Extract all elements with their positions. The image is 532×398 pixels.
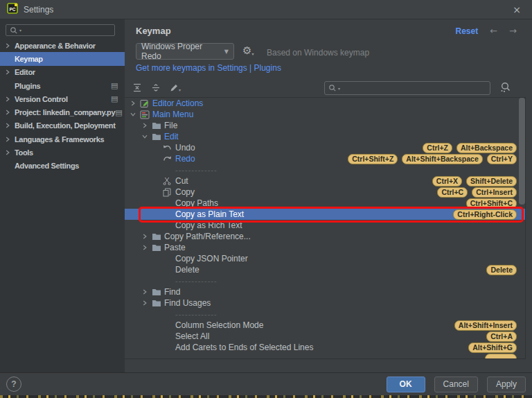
chevron-right-icon bbox=[5, 69, 15, 75]
apply-button[interactable]: Apply bbox=[487, 377, 526, 392]
tree-item-label: Edit bbox=[164, 132, 179, 141]
expand-all-icon[interactable] bbox=[132, 83, 142, 92]
find-by-shortcut-icon[interactable] bbox=[499, 82, 511, 96]
chevron-right-icon[interactable] bbox=[142, 123, 152, 128]
tree-scrollbar[interactable] bbox=[519, 98, 525, 205]
chevron-right-icon[interactable] bbox=[142, 234, 152, 239]
tree-item-copy-json-pointer[interactable]: Copy JSON Pointer bbox=[125, 253, 525, 264]
sidebar-item-keymap[interactable]: Keymap bbox=[0, 52, 125, 65]
chevron-right-icon[interactable] bbox=[142, 245, 152, 250]
tree-item-delete[interactable]: DeleteDelete bbox=[125, 264, 525, 275]
tree-item-edit[interactable]: Edit bbox=[125, 131, 525, 142]
tree-item-label: Copy Path/Reference... bbox=[164, 232, 251, 241]
pycharm-logo: PC bbox=[7, 3, 18, 17]
keymap-panel: Keymap Reset ← → Windows Proper Redo ▼ ⚙… bbox=[125, 19, 532, 372]
shortcut-badge: Ctrl+Right-Click bbox=[453, 209, 517, 220]
sidebar-item-tools[interactable]: Tools bbox=[0, 146, 125, 159]
shortcut-badge: Ctrl+Z bbox=[423, 143, 452, 153]
settings-sidebar: ▾ Appearance & BehaviorKeymapEditorPlugi… bbox=[0, 19, 125, 372]
tree-item-label: Find Usages bbox=[164, 298, 211, 308]
sidebar-item-project-linkedin-company-py[interactable]: Project: linkedin_company.py▤ bbox=[0, 105, 125, 119]
sidebar-nav: Appearance & BehaviorKeymapEditorPlugins… bbox=[0, 39, 125, 173]
folder-icon bbox=[152, 232, 164, 241]
tree-item-copy-path-reference[interactable]: Copy Path/Reference... bbox=[125, 231, 525, 242]
folder-icon bbox=[152, 121, 164, 130]
tree-item-label: Copy as Rich Text bbox=[175, 220, 242, 230]
ok-button[interactable]: OK bbox=[387, 377, 425, 392]
tree-item-label: Copy as Plain Text bbox=[175, 209, 244, 219]
tree-item-select-all[interactable]: Select AllCtrl+A bbox=[125, 331, 525, 342]
settings-badge-icon: ▤ bbox=[111, 82, 118, 89]
tree-item-paste[interactable]: Paste bbox=[125, 242, 525, 253]
tree-item-redo[interactable]: RedoCtrl+Shift+ZAlt+Shift+BackspaceCtrl+… bbox=[125, 153, 525, 164]
collapse-all-icon[interactable] bbox=[151, 83, 161, 92]
close-icon[interactable]: × bbox=[508, 3, 525, 16]
chevron-down-icon[interactable] bbox=[142, 134, 152, 139]
tree-item-add-carets-to-ends-of-selected-lines[interactable]: Add Carets to Ends of Selected LinesAlt+… bbox=[125, 342, 525, 353]
sidebar-item-version-control[interactable]: Version Control▤ bbox=[0, 92, 125, 105]
sidebar-search-input[interactable]: ▾ bbox=[6, 24, 115, 36]
chevron-right-icon[interactable] bbox=[130, 101, 140, 106]
tree-item-label: Editor Actions bbox=[152, 98, 203, 108]
sidebar-item-languages-frameworks[interactable]: Languages & Frameworks bbox=[0, 132, 125, 146]
tree-item-undo[interactable]: UndoCtrl+ZAlt+Backspace bbox=[125, 142, 525, 153]
settings-badge-icon: ▤ bbox=[111, 95, 118, 103]
tree-item-copy-as-plain-text[interactable]: Copy as Plain TextCtrl+Right-Click bbox=[125, 209, 525, 220]
sidebar-item-plugins[interactable]: Plugins▤ bbox=[0, 79, 125, 92]
keymap-tree: Editor ActionsMain MenuFileEditUndoCtrl+… bbox=[125, 97, 526, 359]
sidebar-item-appearance-behavior[interactable]: Appearance & Behavior bbox=[0, 39, 125, 52]
forward-arrow-icon[interactable]: → bbox=[509, 26, 517, 36]
chevron-right-icon bbox=[5, 110, 15, 115]
tree-item-column-selection-mode[interactable]: Column Selection ModeAlt+Shift+Insert bbox=[125, 320, 525, 331]
sidebar-item-advanced-settings[interactable]: Advanced Settings bbox=[0, 159, 125, 173]
shortcut-badge: Ctrl+Y bbox=[487, 154, 517, 164]
edit-pencil-icon[interactable]: ▾ bbox=[170, 83, 181, 92]
sidebar-item-label: Advanced Settings bbox=[15, 162, 79, 170]
sidebar-item-label: Plugins bbox=[15, 82, 40, 90]
tree-item-label: Delete bbox=[175, 265, 200, 275]
keymap-scheme-value: Windows Proper Redo bbox=[141, 42, 224, 61]
sidebar-item-build-execution-deployment[interactable]: Build, Execution, Deployment bbox=[0, 119, 125, 132]
keymap-scheme-select[interactable]: Windows Proper Redo ▼ bbox=[136, 43, 234, 60]
tree-item-main-menu[interactable]: Main Menu bbox=[125, 109, 525, 120]
chevron-right-icon bbox=[5, 96, 15, 102]
tree-item-copy-as-rich-text[interactable]: Copy as Rich Text bbox=[125, 220, 525, 231]
reset-link[interactable]: Reset bbox=[456, 26, 479, 36]
chevron-down-icon[interactable] bbox=[130, 112, 140, 117]
sidebar-item-label: Editor bbox=[15, 68, 35, 76]
tree-item-copy[interactable]: CopyCtrl+CCtrl+Insert bbox=[125, 187, 525, 198]
tree-item-editor-actions[interactable]: Editor Actions bbox=[125, 98, 525, 109]
separator-dashes: ------------- bbox=[175, 310, 218, 318]
sidebar-item-label: Build, Execution, Deployment bbox=[15, 121, 115, 130]
redo-icon bbox=[163, 155, 175, 163]
tree-item-row[interactable] bbox=[125, 353, 525, 359]
folder-icon bbox=[152, 132, 164, 141]
shortcut-badge: Alt+Backspace bbox=[456, 143, 517, 153]
tree-item-find-usages[interactable]: Find Usages bbox=[125, 297, 525, 309]
folder-icon bbox=[152, 299, 164, 307]
sidebar-item-label: Tools bbox=[15, 148, 33, 157]
search-caret-icon: ▾ bbox=[338, 86, 340, 91]
cancel-button[interactable]: Cancel bbox=[434, 377, 478, 392]
sidebar-item-label: Version Control bbox=[15, 95, 68, 103]
background-window-strip bbox=[0, 395, 532, 398]
back-arrow-icon[interactable]: ← bbox=[490, 26, 497, 36]
tree-toolbar: ▾ bbox=[132, 79, 181, 96]
tree-item-file[interactable]: File bbox=[125, 120, 525, 131]
keymap-search-input[interactable]: ▾ bbox=[324, 81, 490, 95]
help-icon[interactable]: ? bbox=[6, 377, 21, 392]
tree-item-label: Undo bbox=[175, 143, 195, 153]
get-more-keymaps-link[interactable]: Get more keymaps in Settings | Plugins bbox=[136, 63, 281, 73]
tree-item-copy-paths[interactable]: Copy PathsCtrl+Shift+C bbox=[125, 198, 525, 209]
tree-separator: ------------- bbox=[125, 275, 525, 286]
gear-icon[interactable]: ⚙▾ bbox=[242, 45, 254, 59]
separator-dashes: ------------- bbox=[175, 166, 218, 174]
sidebar-item-editor[interactable]: Editor bbox=[0, 66, 125, 79]
title-bar: PC Settings × bbox=[0, 0, 532, 19]
combo-arrow-icon: ▼ bbox=[224, 49, 229, 55]
chevron-right-icon[interactable] bbox=[142, 300, 152, 306]
tree-item-find[interactable]: Find bbox=[125, 286, 525, 297]
tree-item-cut[interactable]: CutCtrl+XShift+Delete bbox=[125, 175, 525, 187]
chevron-right-icon[interactable] bbox=[142, 289, 152, 295]
sidebar-item-label: Appearance & Behavior bbox=[15, 42, 96, 50]
